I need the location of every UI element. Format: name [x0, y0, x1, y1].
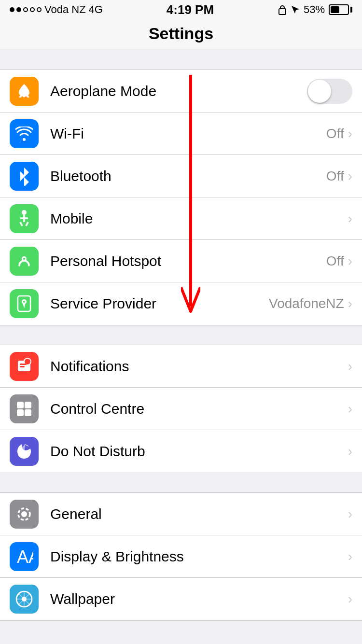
mobile-right: ›	[348, 211, 352, 226]
do-not-disturb-right: ›	[348, 444, 352, 459]
aeroplane-mode-row[interactable]: Aeroplane Mode	[0, 70, 362, 112]
section-separator-3	[0, 473, 362, 492]
wifi-right: Off ›	[326, 126, 352, 141]
section-separator-top	[0, 50, 362, 70]
system-group: Notifications › Control Centre ›	[0, 345, 362, 473]
svg-rect-16	[17, 409, 24, 416]
service-provider-value: VodafoneNZ	[269, 296, 344, 311]
general-chevron: ›	[348, 506, 352, 522]
wallpaper-row[interactable]: Wallpaper ›	[0, 578, 362, 620]
signal-strength	[10, 7, 42, 12]
nav-header: Settings	[0, 19, 362, 50]
service-provider-row[interactable]: Service Provider VodafoneNZ ›	[0, 282, 362, 325]
battery-icon	[329, 4, 352, 15]
wallpaper-right: ›	[348, 591, 352, 607]
display-brightness-row[interactable]: AA Display & Brightness ›	[0, 535, 362, 578]
aeroplane-mode-icon	[10, 77, 39, 106]
display-brightness-icon: AA	[10, 542, 39, 571]
notifications-label: Notifications	[50, 358, 348, 375]
svg-point-8	[23, 258, 25, 260]
aeroplane-mode-right	[307, 79, 352, 104]
general-right: ›	[348, 506, 352, 522]
hotspot-label: Personal Hotspot	[50, 253, 326, 269]
mobile-chevron: ›	[348, 211, 352, 226]
hotspot-icon	[10, 247, 39, 276]
bluetooth-label: Bluetooth	[50, 168, 326, 184]
svg-rect-14	[17, 402, 24, 408]
control-centre-row[interactable]: Control Centre ›	[0, 388, 362, 430]
wallpaper-chevron: ›	[348, 591, 352, 607]
preferences-group: General › AA Display & Brightness ›	[0, 492, 362, 621]
service-provider-right: VodafoneNZ ›	[269, 296, 352, 311]
do-not-disturb-label: Do Not Disturb	[50, 443, 348, 460]
svg-rect-15	[25, 402, 31, 408]
service-provider-label: Service Provider	[50, 295, 269, 312]
aeroplane-mode-label: Aeroplane Mode	[50, 83, 307, 99]
wifi-chevron: ›	[348, 126, 352, 141]
status-right: 53%	[278, 3, 352, 16]
battery-percent: 53%	[304, 3, 325, 16]
svg-text:AA: AA	[17, 547, 33, 566]
notifications-chevron: ›	[348, 359, 352, 374]
svg-rect-12	[20, 364, 27, 365]
svg-line-6	[26, 222, 28, 226]
carrier-name: Voda NZ	[44, 3, 86, 16]
mobile-label: Mobile	[50, 210, 348, 227]
hotspot-right: Off ›	[326, 253, 352, 269]
location-icon	[291, 5, 300, 14]
bluetooth-chevron: ›	[348, 168, 352, 184]
control-centre-right: ›	[348, 401, 352, 417]
display-brightness-label: Display & Brightness	[50, 548, 348, 565]
display-brightness-chevron: ›	[348, 549, 352, 564]
wallpaper-icon	[10, 585, 39, 614]
status-time: 4:19 PM	[167, 2, 214, 17]
notifications-icon	[10, 352, 39, 381]
control-centre-chevron: ›	[348, 401, 352, 417]
svg-point-2	[22, 210, 27, 215]
do-not-disturb-icon	[10, 437, 39, 466]
display-brightness-right: ›	[348, 549, 352, 564]
do-not-disturb-row[interactable]: Do Not Disturb ›	[0, 430, 362, 473]
wifi-value: Off	[326, 126, 344, 141]
section-separator-2	[0, 325, 362, 345]
mobile-icon	[10, 204, 39, 233]
svg-rect-17	[25, 409, 31, 416]
bluetooth-right: Off ›	[326, 168, 352, 184]
svg-point-9	[23, 301, 25, 303]
lock-icon	[278, 4, 287, 15]
status-bar: Voda NZ 4G 4:19 PM 53%	[0, 0, 362, 19]
notifications-right: ›	[348, 359, 352, 374]
service-provider-icon	[10, 289, 39, 318]
hotspot-value: Off	[326, 253, 344, 269]
service-provider-chevron: ›	[348, 296, 352, 311]
general-icon	[10, 500, 39, 529]
svg-line-5	[20, 222, 22, 226]
status-left: Voda NZ 4G	[10, 3, 103, 16]
notifications-row[interactable]: Notifications ›	[0, 345, 362, 388]
hotspot-row[interactable]: Personal Hotspot Off ›	[0, 240, 362, 282]
do-not-disturb-chevron: ›	[348, 444, 352, 459]
control-centre-label: Control Centre	[50, 401, 348, 417]
hotspot-chevron: ›	[348, 253, 352, 269]
bluetooth-row[interactable]: Bluetooth Off ›	[0, 155, 362, 197]
general-row[interactable]: General ›	[0, 493, 362, 535]
svg-rect-0	[279, 9, 286, 14]
wifi-label: Wi-Fi	[50, 126, 326, 142]
network-type: 4G	[89, 3, 103, 16]
svg-rect-13	[20, 366, 25, 367]
page-title: Settings	[149, 24, 213, 42]
mobile-row[interactable]: Mobile ›	[0, 197, 362, 240]
svg-point-18	[21, 511, 27, 517]
wallpaper-label: Wallpaper	[50, 591, 348, 607]
connectivity-group: Aeroplane Mode Wi-Fi Off ›	[0, 70, 362, 325]
wifi-row[interactable]: Wi-Fi Off ›	[0, 112, 362, 155]
section-separator-bottom	[0, 621, 362, 640]
general-label: General	[50, 506, 348, 522]
bluetooth-icon	[10, 162, 39, 191]
aeroplane-mode-toggle[interactable]	[307, 79, 352, 104]
control-centre-icon	[10, 394, 39, 423]
bluetooth-value: Off	[326, 168, 344, 184]
wifi-icon	[10, 119, 39, 148]
